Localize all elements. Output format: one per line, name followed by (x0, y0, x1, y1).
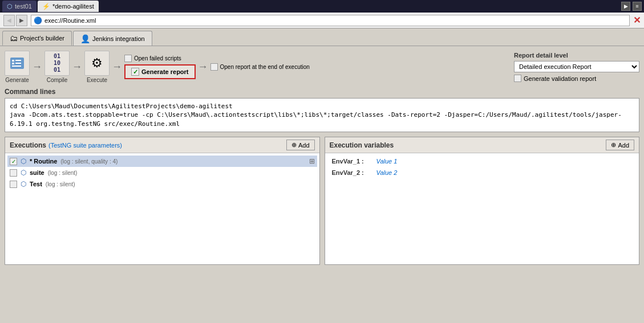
test-type-icon: ⬡ (21, 180, 26, 188)
jenkins-icon: 👤 (80, 34, 90, 43)
title-bar-tabs: ⬡ test01 ⚡ *demo-agilitest (2, 1, 99, 12)
report-detail-select[interactable]: Detailed execution Report Summary Report… (514, 61, 639, 72)
suite-params: (log : silent) (48, 170, 78, 176)
report-detail-level-label: Report detail level (514, 52, 639, 59)
address-input-container: 🔵 exec://Routine.xml (31, 15, 630, 26)
address-text[interactable]: exec://Routine.xml (44, 17, 96, 24)
routine-grid-icon: ⊞ (309, 157, 315, 165)
projects-builder-icon: 🗂 (10, 34, 18, 43)
executions-title: Executions (10, 141, 46, 149)
svg-rect-5 (12, 66, 21, 67)
tab-projects-builder[interactable]: 🗂 Project's builder (2, 31, 72, 46)
executions-add-label: Add (298, 142, 310, 149)
list-item: EnvVar_2 : Value 2 (327, 167, 637, 178)
routine-type-icon: ⬡ (21, 157, 26, 165)
main-tabs-bar: 🗂 Project's builder 👤 Jenkins integratio… (0, 28, 644, 46)
open-failed-scripts-checkbox[interactable] (124, 55, 132, 62)
arrow-3: → (112, 61, 122, 73)
routine-checkbox-icon[interactable]: ✓ (10, 158, 17, 165)
routine-params: (log : silent, quality : 4) (60, 158, 118, 165)
back-icon: ◀ (7, 17, 11, 23)
open-failed-scripts-label: Open failed scripts (134, 55, 181, 62)
nav-extra-btn[interactable]: ≡ (633, 2, 642, 11)
open-report-row: Open report at the end of execution (210, 63, 310, 71)
compile-step[interactable]: 011001 Compile (44, 51, 70, 83)
svg-rect-2 (15, 60, 21, 61)
arrow-1: → (32, 61, 42, 73)
suite-checkbox[interactable] (10, 169, 17, 177)
routine-name: * Routine (30, 158, 57, 165)
command-lines-section: Command lines cd C:\Users\Maud\Documents… (5, 88, 639, 132)
list-item[interactable]: ⬡ suite (log : silent) (7, 167, 317, 178)
validation-report-checkbox[interactable] (514, 75, 521, 82)
generate-report-label: Generate report (141, 68, 189, 75)
open-report-checkbox[interactable] (210, 63, 218, 71)
test-checkbox[interactable] (10, 181, 17, 188)
generate-svg-icon (8, 54, 26, 72)
generate-report-button[interactable]: ✓ Generate report (124, 64, 196, 79)
open-failed-scripts-row: Open failed scripts (124, 55, 181, 62)
execution-variables-title: Execution variables (330, 141, 394, 149)
executions-list: ✓ ⬡ * Routine (log : silent, quality : 4… (5, 153, 319, 264)
variables-add-button[interactable]: ⊕ Add (606, 140, 634, 150)
execute-step[interactable]: ⚙ Execute (84, 51, 110, 83)
forward-icon: ▶ (19, 17, 24, 23)
execution-variables-header: Execution variables ⊕ Add (325, 137, 639, 153)
execution-variables-panel: Execution variables ⊕ Add EnvVar_1 : Val… (325, 137, 640, 265)
command-line-1: cd C:\Users\Maud\Documents\AgilitestProj… (10, 102, 634, 111)
execute-label: Execute (87, 77, 107, 83)
bottom-panels: Executions (TestNG suite parameters) ⊕ A… (5, 137, 639, 265)
executions-add-button[interactable]: ⊕ Add (286, 140, 315, 150)
envvar2-name: EnvVar_2 : (332, 169, 372, 176)
tab-demo-agilitest[interactable]: ⚡ *demo-agilitest (38, 1, 99, 12)
nav-right-btn[interactable]: ▶ (621, 2, 630, 11)
variables-list: EnvVar_1 : Value 1 EnvVar_2 : Value 2 (325, 153, 639, 264)
address-bar: ◀ ▶ 🔵 exec://Routine.xml ✕ (0, 13, 644, 28)
title-bar-controls: ▶ ≡ (621, 2, 642, 11)
executions-subtitle[interactable]: (TestNG suite parameters) (48, 142, 122, 149)
list-item[interactable]: ✓ ⬡ * Routine (log : silent, quality : 4… (7, 156, 317, 167)
command-lines-title: Command lines (5, 88, 639, 96)
tab-jenkins-integration[interactable]: 👤 Jenkins integration (73, 31, 152, 46)
svg-rect-4 (15, 63, 21, 64)
suite-type-icon: ⬡ (21, 169, 26, 177)
arrow-2: → (72, 61, 82, 73)
add-variable-icon: ⊕ (611, 141, 616, 149)
back-button[interactable]: ◀ (3, 15, 15, 26)
main-content: Generate → 011001 Compile → ⚙ (0, 46, 644, 269)
envvar2-value[interactable]: Value 2 (376, 169, 398, 176)
list-item[interactable]: ⬡ Test (log : silent) (7, 178, 317, 190)
envvar1-name: EnvVar_1 : (332, 158, 372, 165)
suite-name: suite (30, 169, 44, 176)
tab-test01-label: test01 (15, 3, 32, 10)
address-icon: 🔵 (34, 17, 42, 24)
execute-svg-icon: ⚙ (91, 56, 103, 71)
forward-button[interactable]: ▶ (16, 15, 27, 26)
nav-arrows: ◀ ▶ (3, 15, 27, 26)
test-name: Test (30, 181, 42, 187)
report-step-group: Open failed scripts ✓ Generate report (124, 55, 196, 79)
tab-test01[interactable]: ⬡ test01 (2, 1, 37, 12)
report-select-row: Detailed execution Report Summary Report… (514, 61, 639, 72)
executions-title-group: Executions (TestNG suite parameters) (10, 141, 122, 149)
jenkins-label: Jenkins integration (92, 35, 145, 42)
close-button[interactable]: ✕ (633, 15, 641, 26)
compile-label: Compile (47, 77, 68, 83)
envvar1-value[interactable]: Value 1 (376, 158, 398, 165)
report-settings-panel: Report detail level Detailed execution R… (514, 52, 639, 82)
pipeline: Generate → 011001 Compile → ⚙ (5, 51, 310, 83)
command-line-2: java -Dcom.ats.test.stoppable=true -cp C… (10, 111, 634, 128)
arrow-4: → (198, 61, 208, 73)
generate-report-check-icon: ✓ (131, 68, 139, 76)
tab-demo-agilitest-label: *demo-agilitest (52, 3, 94, 10)
validation-report-row: Generate validation report (514, 75, 639, 82)
generate-step[interactable]: Generate (5, 51, 30, 83)
add-execution-icon: ⊕ (291, 141, 297, 149)
executions-panel: Executions (TestNG suite parameters) ⊕ A… (5, 137, 320, 265)
svg-rect-1 (12, 60, 14, 62)
execute-icon-box: ⚙ (84, 51, 110, 76)
compile-icon-box: 011001 (44, 51, 70, 76)
generate-label: Generate (5, 77, 29, 83)
executions-panel-header: Executions (TestNG suite parameters) ⊕ A… (5, 137, 319, 153)
open-report-label: Open report at the end of execution (220, 64, 310, 70)
